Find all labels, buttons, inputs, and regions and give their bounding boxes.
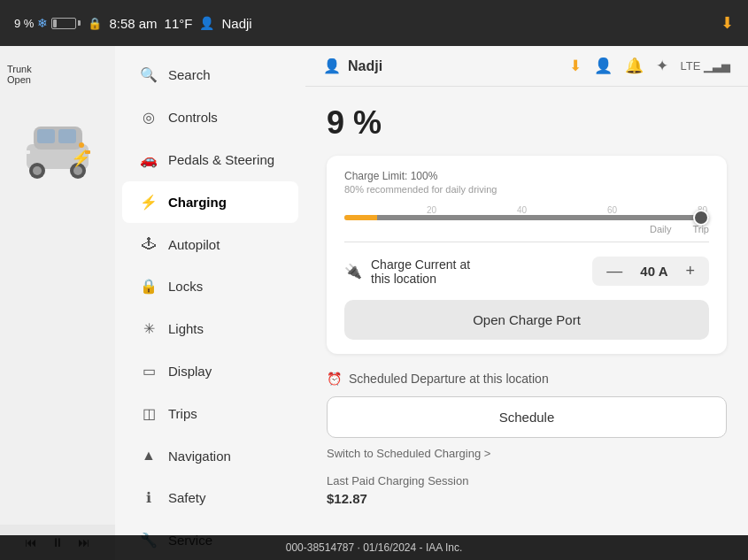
status-user: Nadji: [221, 16, 251, 31]
lock-menu-icon: 🔒: [140, 278, 158, 295]
header-download-icon[interactable]: ⬇: [569, 57, 582, 75]
sidebar-item-label: Lights: [168, 321, 204, 336]
sidebar-item-controls[interactable]: ◎ Controls: [122, 96, 298, 138]
battery-status: 9 % ❄: [14, 16, 81, 30]
bottom-bar-text: 000-38514787 · 01/16/2024 - IAA Inc.: [286, 541, 463, 554]
header-user: 👤 Nadji: [323, 58, 382, 74]
decrease-current-button[interactable]: —: [603, 262, 626, 280]
tick-60: 60: [607, 205, 617, 215]
sidebar-item-autopilot[interactable]: 🕹 Autopilot: [122, 224, 298, 265]
main-layout: Trunk Open ⚡: [0, 46, 748, 560]
charge-current-text: Charge Current atthis location: [371, 257, 470, 286]
charge-content: 9 % Charge Limit: 100% 80% recommended f…: [305, 87, 748, 524]
sidebar-item-search[interactable]: 🔍 Search: [122, 54, 298, 96]
charge-limit-title: Charge Limit: 100%: [344, 170, 709, 182]
pedals-icon: 🚗: [140, 151, 158, 168]
daily-trip-labels: Daily Trip: [344, 224, 709, 234]
sidebar: 🔍 Search ◎ Controls 🚗 Pedals & Steering …: [115, 46, 305, 560]
charge-slider-track[interactable]: [344, 215, 709, 220]
header-icons: ⬇ 👤 🔔 ✦ LTE ▁▃▅: [569, 57, 731, 75]
battery-icon: [51, 18, 81, 29]
last-paid-section: Last Paid Charging Session $12.87: [327, 474, 727, 506]
scheduled-departure-label: Scheduled Departure at this location: [349, 372, 549, 386]
battery-level-display: 9 %: [327, 104, 727, 142]
svg-rect-8: [25, 150, 30, 154]
svg-point-5: [33, 166, 42, 175]
charge-slider-container[interactable]: 20 40 60 80 Daily Trip: [344, 205, 709, 234]
autopilot-icon: 🕹: [140, 236, 158, 252]
scheduled-departure-section: ⏰ Scheduled Departure at this location S…: [327, 372, 727, 460]
sidebar-item-display[interactable]: ▭ Display: [122, 350, 298, 392]
search-icon: 🔍: [140, 66, 158, 83]
display-icon: ▭: [140, 363, 158, 380]
controls-icon: ◎: [140, 109, 158, 126]
charge-current-row: 🔌 Charge Current atthis location — 40 A …: [344, 246, 709, 289]
content-area: 👤 Nadji ⬇ 👤 🔔 ✦ LTE ▁▃▅ 9 % Charge Limit…: [305, 46, 748, 560]
sidebar-item-label: Autopilot: [168, 237, 220, 252]
lights-icon: ✳: [140, 320, 158, 337]
increase-current-button[interactable]: +: [682, 262, 698, 280]
charge-current-label: 🔌 Charge Current atthis location: [344, 257, 470, 286]
sidebar-item-navigation[interactable]: ▲ Navigation: [122, 435, 298, 476]
sidebar-item-pedals[interactable]: 🚗 Pedals & Steering: [122, 139, 298, 180]
bottom-bar: 000-38514787 · 01/16/2024 - IAA Inc.: [0, 535, 748, 560]
navigation-icon: ▲: [140, 448, 158, 464]
header-username: Nadji: [348, 58, 382, 74]
sidebar-item-label: Trips: [168, 406, 197, 421]
sidebar-item-label: Display: [168, 364, 212, 379]
status-time: 8:58 am: [109, 16, 157, 31]
sidebar-item-label: Pedals & Steering: [168, 152, 274, 167]
last-paid-amount: $12.87: [327, 491, 727, 506]
open-charge-port-button[interactable]: Open Charge Port: [344, 300, 709, 340]
sidebar-item-safety[interactable]: ℹ Safety: [122, 477, 298, 518]
charge-limit-sub: 80% recommended for daily driving: [344, 184, 709, 195]
charge-fill-gray: [377, 215, 709, 220]
charge-fill-orange: [344, 215, 377, 220]
clock-icon: ⏰: [327, 372, 342, 386]
sidebar-item-lights[interactable]: ✳ Lights: [122, 308, 298, 349]
sidebar-item-label: Locks: [168, 279, 203, 294]
sidebar-item-locks[interactable]: 🔒 Locks: [122, 265, 298, 307]
last-paid-title: Last Paid Charging Session: [327, 474, 727, 487]
sidebar-item-label: Safety: [168, 490, 206, 505]
header-bell-icon[interactable]: 🔔: [625, 57, 644, 75]
charging-icon: ⚡: [140, 194, 158, 211]
car-silhouette: ⚡: [18, 96, 97, 202]
svg-point-10: [79, 142, 84, 148]
svg-rect-3: [58, 129, 76, 143]
trips-icon: ◫: [140, 405, 158, 422]
status-temp: 11°F: [165, 16, 193, 31]
scheduled-departure-title: ⏰ Scheduled Departure at this location: [327, 372, 727, 386]
charge-slider-thumb[interactable]: [693, 210, 709, 226]
safety-icon: ℹ: [140, 489, 158, 506]
charge-current-control[interactable]: — 40 A +: [592, 257, 709, 286]
sidebar-item-label: Navigation: [168, 449, 231, 464]
left-panel: Trunk Open ⚡: [0, 46, 115, 560]
divider-1: [344, 242, 709, 242]
header-signal-icon[interactable]: LTE ▁▃▅: [681, 59, 731, 73]
download-icon-status: ⬇: [721, 13, 734, 33]
svg-rect-2: [37, 129, 55, 143]
status-bar: 9 % ❄ 🔒 8:58 am 11°F 👤 Nadji ⬇: [0, 0, 748, 46]
header-bluetooth-icon[interactable]: ✦: [656, 57, 668, 75]
header-profile-icon[interactable]: 👤: [594, 57, 613, 75]
content-header: 👤 Nadji ⬇ 👤 🔔 ✦ LTE ▁▃▅: [305, 46, 748, 87]
lightning-badge: ⚡: [71, 149, 90, 168]
trunk-label: Trunk Open: [7, 64, 32, 85]
sidebar-item-label: Search: [168, 67, 211, 82]
sidebar-item-charging[interactable]: ⚡ Charging: [122, 181, 298, 223]
snowflake-icon: ❄: [37, 16, 48, 30]
sidebar-item-label: Controls: [168, 110, 218, 125]
charge-limit-card: Charge Limit: 100% 80% recommended for d…: [327, 156, 727, 354]
tick-20: 20: [427, 205, 436, 215]
battery-percent: 9 %: [14, 17, 34, 30]
user-icon: 👤: [199, 16, 214, 30]
lock-icon: 🔒: [88, 17, 102, 30]
sidebar-item-trips[interactable]: ◫ Trips: [122, 393, 298, 434]
switch-scheduled-link[interactable]: Switch to Scheduled Charging >: [327, 447, 727, 460]
slider-tick-labels: 20 40 60 80: [344, 205, 709, 215]
plug-icon: 🔌: [344, 263, 362, 280]
sidebar-item-label: Charging: [168, 195, 227, 210]
schedule-button[interactable]: Schedule: [327, 396, 727, 438]
status-bar-left: 9 % ❄ 🔒 8:58 am 11°F 👤 Nadji: [14, 16, 706, 31]
